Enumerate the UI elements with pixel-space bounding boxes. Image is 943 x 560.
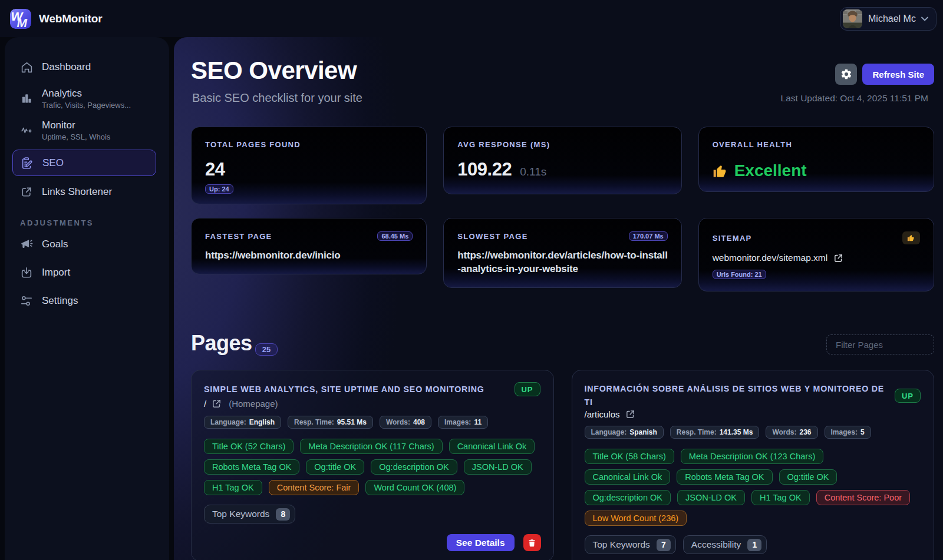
svg-text:M: M bbox=[17, 16, 28, 29]
